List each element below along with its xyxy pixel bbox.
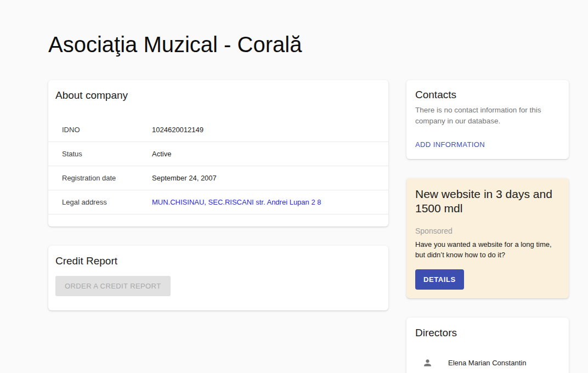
company-info-table: IDNO 1024620012149 Status Active Registr… [48,118,388,214]
details-button[interactable]: DETAILS [415,269,464,290]
sponsored-ad-description: Have you wanted a website for a long tim… [415,240,557,261]
directors-heading: Directors [415,327,560,339]
add-information-link[interactable]: ADD INFORMATION [415,140,485,149]
credit-report-heading: Credit Report [55,255,380,267]
director-name: Elena Marian Constantin [448,359,526,367]
sponsored-ad-heading: New website in 3 days and 1500 mdl [415,187,552,216]
order-credit-report-button[interactable]: ORDER A CREDIT REPORT [55,276,171,296]
sponsored-tag: Sponsored [415,227,560,235]
status-value: Active [152,142,388,166]
about-company-heading: About company [55,89,380,101]
table-row-status: Status Active [48,142,388,166]
legal-address-link[interactable]: MUN.CHISINAU, SEC.RISCANI str. Andrei Lu… [152,198,321,206]
table-row-registration-date: Registration date September 24, 2007 [48,166,388,190]
page: Asociaţia Muzical - Corală About company… [0,32,588,373]
right-column: Contacts There is no contact information… [406,80,569,373]
contacts-card: Contacts There is no contact information… [406,80,569,159]
contacts-heading: Contacts [415,89,560,101]
registration-date-label: Registration date [48,166,152,190]
person-icon [422,358,433,368]
left-column: About company IDNO 1024620012149 Status … [48,80,388,330]
content-columns: About company IDNO 1024620012149 Status … [48,80,569,373]
contacts-empty-message: There is no contact information for this… [415,105,560,127]
sponsored-ad-card: New website in 3 days and 1500 mdl Spons… [406,178,569,298]
idno-label: IDNO [48,118,152,142]
credit-report-card: Credit Report ORDER A CREDIT REPORT [48,246,388,310]
legal-address-label: Legal address [48,190,152,214]
about-company-card: About company IDNO 1024620012149 Status … [48,80,388,227]
status-label: Status [48,142,152,166]
page-title: Asociaţia Muzical - Corală [48,32,569,57]
table-row-idno: IDNO 1024620012149 [48,118,388,142]
directors-card: Directors Elena Marian Constantin [406,318,569,373]
idno-value: 1024620012149 [152,118,388,142]
table-row-legal-address: Legal address MUN.CHISINAU, SEC.RISCANI … [48,190,388,214]
director-list-item: Elena Marian Constantin [415,358,560,368]
registration-date-value: September 24, 2007 [152,166,388,190]
